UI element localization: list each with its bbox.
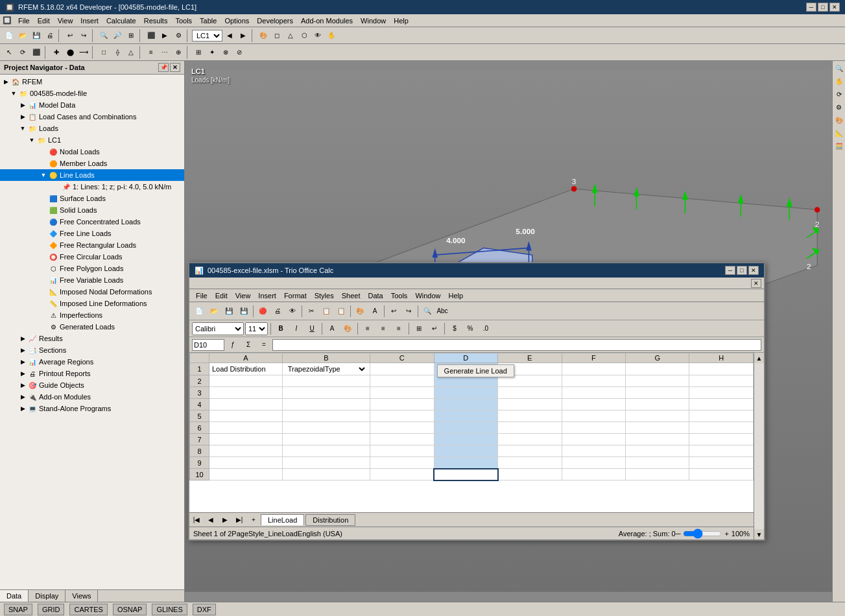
tree-expand-model-data[interactable]: ▶ [18,102,27,108]
cell-f10[interactable] [562,469,625,480]
ss-zoom-in-icon[interactable]: + [724,530,728,538]
ss-print-btn[interactable]: 🖨 [270,304,285,318]
ss-formula-input[interactable] [272,339,761,351]
ss-next-sheet-btn[interactable]: ▶ [218,513,232,527]
cell-b1-dropdown[interactable]: TrapezoidalType [285,364,367,374]
tree-item-free-variable[interactable]: 📊 Free Variable Loads [0,274,184,286]
tb2-btn-1[interactable]: ↖ [3,46,16,59]
tree-item-average[interactable]: ▶ 📊 Average Regions [0,356,184,368]
ss-align-right-btn[interactable]: ≡ [392,322,406,336]
ss-menu-styles[interactable]: Styles [311,290,338,301]
nav-tab-display[interactable]: Display [29,590,65,602]
ss-wrap-btn[interactable]: ↵ [427,322,442,336]
tree-expand-line-loads[interactable]: ▼ [39,172,48,178]
tree-item-sections[interactable]: ▶ 📑 Sections [0,344,184,356]
tree-item-imposed-line[interactable]: 📏 Imposed Line Deformations [0,298,184,309]
tree-expand-addon[interactable]: ▶ [18,394,27,400]
tb2-btn-9[interactable]: △ [125,46,137,59]
cell-f7[interactable] [562,434,625,445]
tree-item-load-cases[interactable]: ▶ 📋 Load Cases and Combinations [0,111,184,123]
ss-size-select[interactable]: 11 [245,322,268,335]
ss-menu-file[interactable]: File [192,290,211,301]
ss-prev-sheet-btn[interactable]: ◀ [204,513,218,527]
tree-item-solid-loads[interactable]: 🟩 Solid Loads [0,204,184,216]
ss-spell-btn[interactable]: Abc [435,304,449,318]
rp-zoom-icon[interactable]: 🔍 [833,62,845,74]
status-dxf[interactable]: DXF [193,604,216,615]
ss-find-btn[interactable]: 🔍 [420,304,434,318]
ss-style-btn[interactable]: A [368,304,382,318]
cell-h9[interactable] [689,457,754,469]
ss-tab-lineload[interactable]: LineLoad [261,514,304,525]
cell-f1[interactable] [562,363,625,375]
tree-item-free-concentrated[interactable]: 🔵 Free Concentrated Loads [0,216,184,228]
menu-options[interactable]: Options [220,16,253,26]
tb2-btn-5[interactable]: ⬤ [64,46,77,59]
cell-d4[interactable] [434,399,497,410]
cell-c8[interactable] [370,445,434,457]
wire-button[interactable]: ◻ [270,29,283,42]
cell-b5[interactable] [282,410,370,422]
tree-item-loads[interactable]: ▼ 📁 Loads [0,123,184,134]
status-cartes[interactable]: CARTES [69,604,107,615]
cell-h8[interactable] [689,445,754,457]
nav-tab-data[interactable]: Data [0,590,29,602]
cell-d3[interactable] [434,387,497,399]
tree-item-model-file[interactable]: ▼ 📁 004585-model-file [0,88,184,99]
ss-scroll-up-btn[interactable]: ▲ [754,353,765,363]
cell-h2[interactable] [689,375,754,387]
cell-e9[interactable] [498,457,562,469]
cell-b9[interactable] [282,457,370,469]
ss-tab-distribution[interactable]: Distribution [305,514,355,526]
tb-btn-1[interactable]: ⬛ [145,29,158,42]
tree-item-standalone[interactable]: ▶ 💻 Stand-Alone Programs [0,403,184,414]
tree-item-addon-nav[interactable]: ▶ 🔌 Add-on Modules [0,391,184,403]
ss-menu-edit[interactable]: Edit [211,290,232,301]
cell-e6[interactable] [498,422,562,434]
menu-window[interactable]: Window [357,16,390,26]
cell-d8[interactable] [434,445,497,457]
menu-calculate[interactable]: Calculate [102,16,140,26]
tb2-btn-16[interactable]: ⊘ [233,46,246,59]
cell-f9[interactable] [562,457,625,469]
cell-d10[interactable] [434,469,497,480]
cell-a7[interactable] [209,434,283,445]
tree-item-results[interactable]: ▶ 📈 Results [0,333,184,344]
menu-developers[interactable]: Developers [253,16,297,26]
ss-undo-btn[interactable]: ↩ [387,304,401,318]
cell-h4[interactable] [689,399,754,410]
ss-scroll-down-btn[interactable]: ▼ [754,529,765,539]
cell-g1[interactable] [625,363,689,375]
cell-d9[interactable] [434,457,497,469]
cell-c2[interactable] [370,375,434,387]
status-snap[interactable]: SNAP [4,604,32,615]
tb2-btn-2[interactable]: ⟳ [16,46,29,59]
menu-tools[interactable]: Tools [171,16,196,26]
cell-a2[interactable] [209,375,283,387]
ss-open-btn[interactable]: 📂 [207,304,221,318]
menu-results[interactable]: Results [140,16,172,26]
tree-item-free-circular[interactable]: ⭕ Free Circular Loads [0,251,184,263]
tb-btn-7[interactable]: ✋ [325,29,338,42]
cell-h10[interactable] [689,469,754,480]
ss-highlight-btn[interactable]: 🎨 [340,322,355,336]
ss-menu-insert[interactable]: Insert [254,290,280,301]
cell-c1[interactable] [370,363,434,375]
cell-b10[interactable] [282,469,370,480]
tb2-btn-13[interactable]: ⊞ [192,46,205,59]
cell-h3[interactable] [689,387,754,399]
tree-item-model-data[interactable]: ▶ 📊 Model Data [0,99,184,111]
col-header-a[interactable]: A [209,353,283,363]
cell-e10[interactable] [498,469,562,480]
save-button[interactable]: 💾 [30,29,43,42]
ss-font-color-btn[interactable]: A [325,322,339,336]
tree-item-free-rect[interactable]: 🔶 Free Rectangular Loads [0,239,184,251]
menu-view[interactable]: View [54,16,77,26]
tree-item-line-loads[interactable]: ▼ 🟡 Line Loads [0,169,184,181]
redo-button[interactable]: ↪ [77,29,90,42]
tb2-btn-11[interactable]: ⋯ [158,46,171,59]
cell-e5[interactable] [498,410,562,422]
zoom-out-button[interactable]: 🔎 [111,29,124,42]
cell-f5[interactable] [562,410,625,422]
tb2-btn-6[interactable]: ⟶ [77,46,90,59]
